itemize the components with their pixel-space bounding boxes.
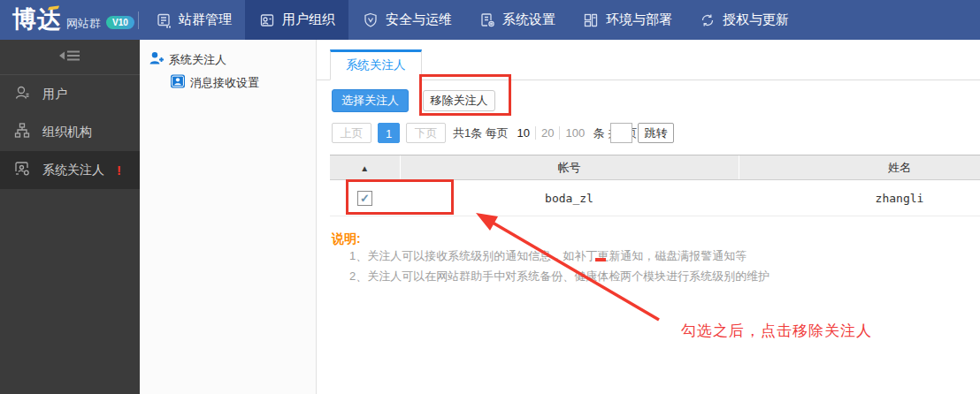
- logo-subtext: 网站群: [66, 16, 101, 32]
- sort-toggle[interactable]: ▲: [360, 163, 369, 173]
- user-icon: [12, 83, 32, 105]
- nav-item-authorization-update[interactable]: 授权与更新: [685, 0, 802, 40]
- collapse-menu-icon: [58, 49, 81, 66]
- annotation-text: 勾选之后，点击移除关注人: [681, 321, 872, 341]
- table-row: boda_zl zhangli: [330, 180, 980, 216]
- sites-manage-icon: [155, 11, 172, 29]
- sidebar-item-label: 用户: [42, 87, 67, 102]
- remove-watcher-button[interactable]: 移除关注人: [423, 90, 495, 111]
- tree-item-label: 系统关注人: [169, 52, 226, 68]
- current-page-button[interactable]: 1: [378, 123, 400, 143]
- tree-item-message-settings[interactable]: 消息接收设置: [170, 73, 259, 92]
- nav-item-user-organization[interactable]: 用户组织: [245, 0, 348, 40]
- nav-item-environment-deploy[interactable]: 环境与部署: [569, 0, 685, 40]
- tab-bar: 系统关注人: [317, 49, 980, 80]
- prev-page-button[interactable]: 上页: [332, 123, 371, 143]
- column-header-name: 姓名: [739, 155, 980, 180]
- cell-name: zhangli: [739, 180, 980, 216]
- page-size-option-20[interactable]: 20: [535, 126, 559, 140]
- jump-button[interactable]: 跳转: [638, 123, 674, 143]
- cell-account: boda_zl: [400, 180, 739, 216]
- sidebar-item-label: 系统关注人: [42, 163, 104, 178]
- notes-title: 说明:: [332, 231, 361, 247]
- row-checkbox[interactable]: [357, 191, 372, 206]
- alert-badge: !: [117, 163, 121, 178]
- sidebar-item-users[interactable]: 用户: [0, 75, 140, 113]
- watchers-table: ▲ 帐号 姓名 boda_zl zhangli: [330, 155, 980, 218]
- note-line-2: 2、关注人可以在网站群助手中对系统备份、健康体检两个模块进行系统级别的维护: [349, 269, 769, 284]
- table-header-row: ▲ 帐号 姓名: [330, 155, 980, 180]
- total-items-label: 共1条: [453, 126, 482, 140]
- org-structure-icon: [12, 121, 32, 143]
- page-size-option-10[interactable]: 10: [511, 126, 534, 140]
- nav-item-label: 用户组织: [282, 11, 335, 28]
- user-org-icon: [258, 11, 276, 29]
- select-watcher-button[interactable]: 选择关注人: [332, 89, 409, 112]
- page-size-option-100[interactable]: 100: [559, 126, 590, 140]
- next-page-button[interactable]: 下页: [406, 123, 446, 143]
- navbar-divider: [138, 11, 139, 29]
- message-settings-icon: [170, 73, 186, 92]
- tree-item-label: 消息接收设置: [190, 75, 259, 91]
- app-window: 博达 网站群 V10 站群管理 用户组织 安全与运维: [0, 0, 980, 394]
- unit-label: 条: [593, 126, 605, 140]
- app-logo: 博达 网站群 V10: [0, 0, 135, 40]
- sidebar-item-label: 组织机构: [42, 125, 92, 140]
- note-line-1: 1、关注人可以接收系统级别的通知信息，如补丁更新通知，磁盘满报警通知等: [349, 248, 746, 264]
- person-plus-icon: [149, 50, 165, 69]
- annotation-red-dash: [595, 258, 606, 261]
- env-deploy-icon: [582, 11, 600, 29]
- jump-page-input[interactable]: [610, 123, 632, 143]
- version-badge: V10: [106, 16, 134, 29]
- watcher-icon: [12, 159, 32, 181]
- nav-item-system-settings[interactable]: 系统设置: [465, 0, 569, 40]
- sidebar-collapse-button[interactable]: [0, 40, 140, 75]
- sidebar-item-system-watchers[interactable]: 系统关注人 !: [0, 151, 140, 189]
- tree-item-system-watchers[interactable]: 系统关注人: [149, 50, 226, 69]
- left-sidebar: 用户 组织机构 系统关注人 !: [0, 40, 140, 394]
- sidebar-item-organization[interactable]: 组织机构: [0, 113, 140, 151]
- nav-item-site-management[interactable]: 站群管理: [142, 0, 245, 40]
- secondary-tree-panel: 系统关注人 消息接收设置: [140, 40, 317, 394]
- nav-item-label: 环境与部署: [606, 11, 672, 28]
- main-content: 系统关注人 选择关注人 移除关注人 上页 1 下页 共1条 每页 1020100…: [317, 40, 980, 394]
- nav-item-label: 授权与更新: [723, 11, 789, 28]
- column-header-account: 帐号: [400, 155, 739, 180]
- nav-item-label: 站群管理: [179, 11, 232, 28]
- system-settings-icon: [479, 11, 496, 29]
- nav-item-label: 系统设置: [502, 11, 555, 28]
- top-navbar: 博达 网站群 V10 站群管理 用户组织 安全与运维: [0, 0, 980, 40]
- per-page-label: 每页: [486, 126, 509, 140]
- tab-system-watchers[interactable]: 系统关注人: [330, 49, 422, 80]
- nav-item-label: 安全与运维: [386, 11, 452, 28]
- security-ops-icon: [362, 11, 379, 29]
- auth-update-icon: [699, 11, 716, 29]
- nav-item-security-ops[interactable]: 安全与运维: [348, 0, 465, 40]
